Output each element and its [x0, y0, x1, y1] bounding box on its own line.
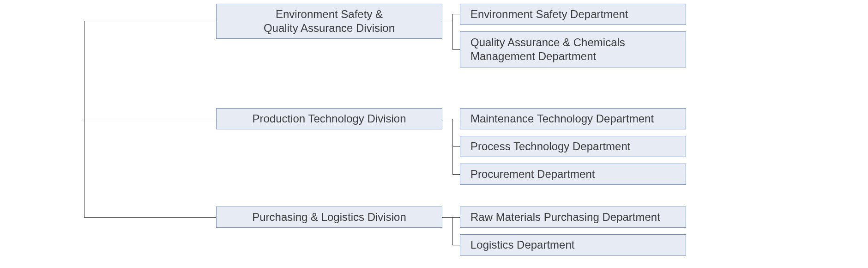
division-label: Environment Safety &Quality Assurance Di…: [264, 7, 395, 35]
div3-child-vertical: [452, 217, 453, 245]
department-label: Process Technology Department: [470, 140, 630, 153]
div1-to-dept2: [452, 49, 460, 50]
department-label: Raw Materials Purchasing Department: [470, 210, 660, 224]
dept-procurement: Procurement Department: [460, 164, 686, 185]
trunk-to-division-1-line: [84, 21, 216, 21]
div2-to-dept3: [452, 174, 460, 175]
division-label: Production Technology Division: [252, 112, 406, 126]
division-purchasing-logistics: Purchasing & Logistics Division: [216, 207, 442, 228]
div3-to-dept1: [452, 217, 460, 218]
div2-to-dept2: [452, 146, 460, 147]
div1-child-vertical: [452, 14, 453, 49]
div2-out-line: [442, 119, 452, 119]
dept-qa-chemicals: Quality Assurance & Chemicals Management…: [460, 31, 686, 67]
division-production-tech: Production Technology Division: [216, 108, 442, 129]
dept-logistics: Logistics Department: [460, 234, 686, 256]
trunk-to-division-3-line: [84, 217, 216, 218]
div1-out-line: [442, 21, 452, 21]
department-label: Logistics Department: [470, 238, 574, 252]
dept-raw-materials: Raw Materials Purchasing Department: [460, 207, 686, 228]
dept-maintenance-tech: Maintenance Technology Department: [460, 108, 686, 129]
division-label: Purchasing & Logistics Division: [252, 210, 406, 224]
div2-to-dept1: [452, 119, 460, 119]
department-label: Procurement Department: [470, 167, 595, 181]
div3-to-dept2: [452, 245, 460, 245]
dept-process-tech: Process Technology Department: [460, 136, 686, 157]
department-label: Maintenance Technology Department: [470, 112, 654, 126]
div3-out-line: [442, 217, 452, 218]
department-label: Quality Assurance & Chemicals Management…: [470, 36, 675, 63]
trunk-to-division-2-line: [84, 119, 216, 119]
div1-to-dept1: [452, 14, 460, 14]
department-label: Environment Safety Department: [470, 7, 628, 21]
division-env-safety-qa: Environment Safety &Quality Assurance Di…: [216, 4, 442, 39]
dept-env-safety: Environment Safety Department: [460, 4, 686, 25]
org-chart-canvas: Environment Safety &Quality Assurance Di…: [0, 0, 868, 268]
